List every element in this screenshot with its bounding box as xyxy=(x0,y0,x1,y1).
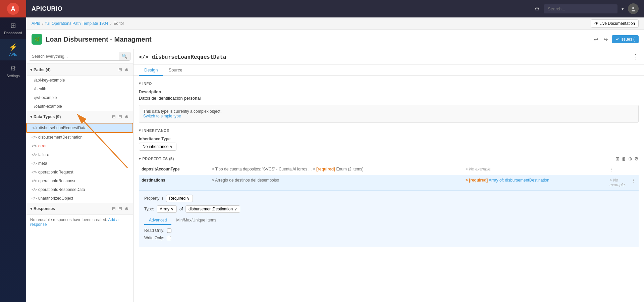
data-type-failure[interactable]: </> failure xyxy=(26,150,133,159)
path-item-jwt[interactable]: /jwt-example xyxy=(26,93,133,102)
responses-section-header[interactable]: ▾ Responses ⊞ ⊟ ⊕ xyxy=(26,203,133,215)
editor-tabs: Design Source xyxy=(133,65,644,76)
path-item-oauth[interactable]: /oauth-example xyxy=(26,102,133,111)
path-item-api-key[interactable]: /api-key-example xyxy=(26,76,133,85)
data-type-name: meta xyxy=(38,161,47,166)
user-avatar[interactable] xyxy=(628,3,639,14)
paths-section-header[interactable]: ▾ Paths (4) ⊞ ⊕ xyxy=(26,64,133,76)
data-types-sort-button[interactable]: ⊞ xyxy=(111,113,116,120)
data-type-operation-id-request[interactable]: </> operationIdRequest xyxy=(26,168,133,177)
editor-header: </> disburseLoanRequestData ⋮ xyxy=(133,49,644,65)
write-only-checkbox[interactable] xyxy=(167,236,171,240)
prop-row-destinations[interactable]: destinations > Arreglo de destinos del d… xyxy=(139,175,639,190)
properties-sort-button[interactable]: ⊞ xyxy=(615,156,620,161)
sidebar-item-settings[interactable]: ⚙ Settings xyxy=(0,60,26,82)
paths-sort-button[interactable]: ⊞ xyxy=(118,66,123,73)
data-types-label: Data Types (9) xyxy=(34,114,61,119)
breadcrumb-apis-link[interactable]: APIs xyxy=(32,21,40,26)
content-area: APIs › full Operations Path Template 190… xyxy=(26,17,644,302)
prop-desc-deposit: > Tipo de cuenta depositos: 'SVGS' - Cue… xyxy=(209,164,463,175)
properties-table: depositAccounType > Tipo de cuenta depos… xyxy=(139,164,639,247)
read-only-checkbox[interactable] xyxy=(167,229,171,233)
data-types-export-button[interactable]: ⊟ xyxy=(118,113,123,120)
data-type-icon: </> xyxy=(32,153,37,157)
prop-detail-tabs: Advanced Min/Max/Unique Items xyxy=(144,216,633,225)
properties-section-label: PROPERTIES (5) xyxy=(139,157,174,161)
breadcrumb-template-link[interactable]: full Operations Path Template 1904 xyxy=(45,21,108,26)
editor-menu-button[interactable]: ⋮ xyxy=(633,53,639,60)
paths-label: Paths (4) xyxy=(34,67,51,72)
redo-button[interactable]: ↪ xyxy=(602,35,609,44)
tab-design[interactable]: Design xyxy=(139,65,163,76)
svg-point-1 xyxy=(632,10,635,11)
write-only-row: Write Only: xyxy=(144,236,633,240)
data-types-section-header[interactable]: ▾ Data Types (9) ⊞ ⊟ ⊕ xyxy=(26,111,133,123)
responses-sort-button[interactable]: ⊞ xyxy=(111,205,116,212)
top-search-input[interactable] xyxy=(544,4,618,13)
tab-advanced[interactable]: Advanced xyxy=(144,216,171,225)
issues-label: Issues ( xyxy=(621,37,635,42)
type-dropdown[interactable]: Array ∨ xyxy=(157,205,177,213)
data-type-operation-id-response[interactable]: </> operationIdResponse xyxy=(26,177,133,185)
of-dropdown[interactable]: disbursementDestination ∨ xyxy=(185,205,240,213)
sidebar-item-apis[interactable]: ⚡ APIs xyxy=(0,39,26,60)
search-button[interactable]: 🔍 xyxy=(119,52,130,60)
prop-menu-cell-destinations: ⋮ xyxy=(629,175,639,190)
prop-name-deposit: depositAccounType xyxy=(139,164,209,175)
data-type-error[interactable]: </> error xyxy=(26,142,133,150)
read-only-label: Read Only: xyxy=(144,228,164,233)
of-label: of xyxy=(179,207,183,211)
inheritance-type-value: No inheritance xyxy=(143,144,168,149)
tab-source[interactable]: Source xyxy=(163,65,187,76)
property-is-dropdown[interactable]: Required ∨ xyxy=(166,195,193,202)
prop-detail-cell: Property is Required ∨ xyxy=(139,190,639,248)
prop-name-destinations: destinations xyxy=(139,175,209,190)
settings-button[interactable]: ⚙ xyxy=(534,5,540,12)
page-title: Loan Disbursement - Managment xyxy=(46,36,152,43)
tab-min-max[interactable]: Min/Max/Unique Items xyxy=(171,216,221,225)
path-item-health[interactable]: /health xyxy=(26,85,133,93)
properties-header: PROPERTIES (5) ⊞ 🗑 ⊕ ⚙ xyxy=(139,156,639,161)
paths-header-left: ▾ Paths (4) xyxy=(30,67,51,72)
editor-title: </> disburseLoanRequestData xyxy=(139,54,226,60)
paths-collapse-icon: ▾ xyxy=(30,67,32,72)
inheritance-type-label: Inheritance Type xyxy=(139,137,639,141)
prop-menu-button-destinations[interactable]: ⋮ xyxy=(631,178,636,183)
data-type-icon: </> xyxy=(32,126,38,130)
data-type-name: failure xyxy=(38,152,49,157)
properties-add-button[interactable]: ⊕ xyxy=(628,156,632,161)
type-row: Type: Array ∨ of disbur xyxy=(144,205,633,213)
properties-settings-button[interactable]: ⚙ xyxy=(634,156,639,161)
responses-add-button[interactable]: ⊕ xyxy=(124,205,129,212)
left-navigation: A ⊞ Dashboard ⚡ APIs ⚙ Settings xyxy=(0,0,26,302)
property-is-row: Property is Required ∨ xyxy=(144,195,633,202)
inheritance-type-dropdown[interactable]: No inheritance ∨ xyxy=(139,143,176,151)
properties-delete-button[interactable]: 🗑 xyxy=(622,156,626,161)
switch-to-simple-link[interactable]: Switch to simple type xyxy=(143,114,181,118)
read-only-row: Read Only: xyxy=(144,228,633,233)
data-type-disburse-loan[interactable]: </> disburseLoanRequestData xyxy=(26,123,133,133)
issues-button[interactable]: ✔ Issues ( xyxy=(612,35,639,43)
description-value: Datos de identificación personal xyxy=(139,96,639,101)
settings-icon: ⚙ xyxy=(10,64,16,72)
undo-button[interactable]: ↩ xyxy=(592,35,599,44)
search-input[interactable] xyxy=(29,52,119,60)
data-type-unauthorized-object[interactable]: </> unauthorizedObject xyxy=(26,194,133,203)
live-documentation-button[interactable]: 👁 Live Documentation xyxy=(591,19,639,28)
data-type-operation-id-response-data[interactable]: </> operationIdResponseData xyxy=(26,185,133,194)
search-dropdown-arrow[interactable]: ▾ xyxy=(622,6,624,11)
responses-export-button[interactable]: ⊟ xyxy=(118,205,123,212)
prop-row-deposit[interactable]: depositAccounType > Tipo de cuenta depos… xyxy=(139,164,639,175)
data-types-add-button[interactable]: ⊕ xyxy=(124,113,129,120)
sidebar-item-dashboard[interactable]: ⊞ Dashboard xyxy=(0,17,26,39)
main-editor: </> disburseLoanRequestData ⋮ Design Sou… xyxy=(133,49,644,302)
data-type-name: unauthorizedObject xyxy=(38,196,73,201)
paths-add-button[interactable]: ⊕ xyxy=(124,66,129,73)
prop-menu-button-deposit[interactable]: ⋮ xyxy=(609,167,614,172)
data-type-icon: </> xyxy=(32,170,37,174)
data-type-meta[interactable]: </> meta xyxy=(26,159,133,168)
responses-header-left: ▾ Responses xyxy=(30,206,55,211)
data-type-disbursement-destination[interactable]: </> disbursementDestination xyxy=(26,133,133,142)
breadcrumb: APIs › full Operations Path Template 190… xyxy=(32,21,124,26)
prop-detail-panel: Property is Required ∨ xyxy=(139,190,639,247)
